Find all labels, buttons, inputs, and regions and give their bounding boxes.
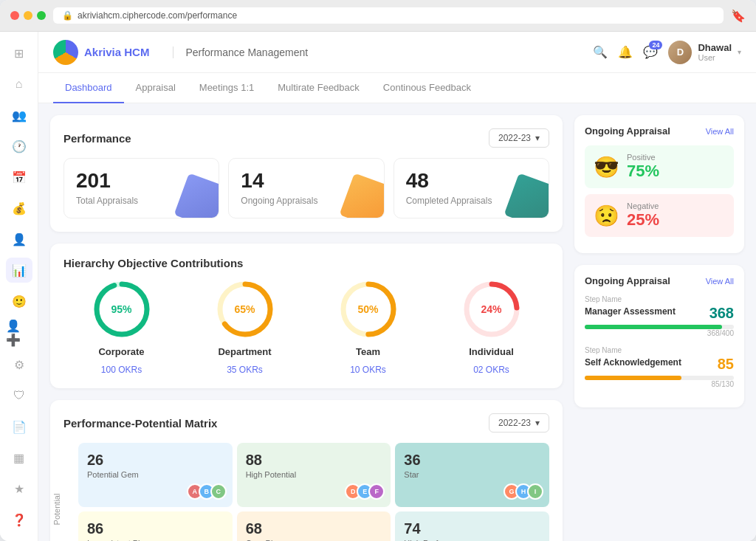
app-wrapper: ⊞ ⌂ 👥 🕐 📅 💰 👤 📊 🙂 👤➕ ⚙ 🛡 📄 ▦ ★ ❓ <box>0 32 756 541</box>
sentiment-positive-info: Positive 75% <box>627 153 725 181</box>
okr-corporate-count: 100 OKRs <box>101 365 142 375</box>
step-label-1: Step Name <box>585 346 734 354</box>
ongoing-appraisal-steps-panel: Ongoing Appraisal View All Step Name Man… <box>574 265 744 407</box>
stat-completed-appraisals: 48 Completed Appraisals <box>394 158 549 218</box>
matrix-header: Performance-Potential Matrix 2022-23 ▾ <box>63 413 549 433</box>
year-dropdown[interactable]: 2022-23 ▾ <box>489 128 549 148</box>
sidebar-item-add-user[interactable]: 👤➕ <box>6 320 32 346</box>
user-info[interactable]: D Dhawal User ▾ <box>668 41 741 64</box>
okr-individual-pct: 24% <box>481 303 501 315</box>
sentiment-positive-pct: 75% <box>627 162 725 181</box>
matrix-cell-high-performer: 74 High Performer P Q R <box>395 511 549 541</box>
sidebar-item-clock[interactable]: 🕐 <box>6 134 32 159</box>
okr-individual: 24% Individual 02 OKRs <box>433 280 549 375</box>
hierarchy-section: Hierarchy Objective Contributions <box>50 244 563 388</box>
logo-text-accent: HCM <box>124 46 149 58</box>
matrix-grid: 26 Potential Gem A B C 88 <box>78 443 549 541</box>
sidebar-item-settings[interactable]: ⚙ <box>6 352 32 377</box>
sidebar: ⊞ ⌂ 👥 🕐 📅 💰 👤 📊 🙂 👤➕ ⚙ 🛡 📄 ▦ ★ ❓ <box>0 32 38 541</box>
tab-meetings[interactable]: Meetings 1:1 <box>188 73 266 103</box>
matrix-cell-potential-gem: 26 Potential Gem A B C <box>78 443 233 507</box>
sidebar-item-people[interactable]: 👥 <box>6 103 32 128</box>
sentiment-negative-label: Negative <box>627 201 725 210</box>
matrix-label-2: Star <box>404 470 540 479</box>
ongoing-appraisal-panel: Ongoing Appraisal View All 😎 Positive 75… <box>574 115 744 253</box>
okr-department-chart: 65% <box>216 280 275 339</box>
sidebar-item-home[interactable]: ⌂ <box>6 72 32 97</box>
tab-multirate[interactable]: Multirate Feedback <box>266 73 371 103</box>
matrix-cell-high-potential: 88 High Potential D E F <box>237 443 391 507</box>
logo-text: Akrivia HCM <box>84 46 149 58</box>
sidebar-item-dollar[interactable]: 💰 <box>6 196 32 221</box>
matrix-year-label: 2022-23 <box>498 418 531 428</box>
okr-corporate-chart: 95% <box>92 280 151 339</box>
chat-icon[interactable]: 💬 24 <box>643 45 658 59</box>
hierarchy-title: Hierarchy Objective Contributions <box>63 257 243 269</box>
notification-icon[interactable]: 🔔 <box>618 45 633 59</box>
okr-individual-chart: 24% <box>462 280 521 339</box>
matrix-label-1: High Potential <box>246 470 382 479</box>
view-all-steps[interactable]: View All <box>706 277 734 286</box>
ongoing-appraisal-header: Ongoing Appraisal View All <box>585 125 734 137</box>
okr-department-count: 35 OKRs <box>227 365 263 375</box>
matrix-cell-inconsistent: 86 Inconsistent Player J K L <box>78 511 233 541</box>
logo-circle <box>53 40 78 65</box>
ongoing-steps-header: Ongoing Appraisal View All <box>585 275 734 286</box>
matrix-year-dropdown[interactable]: 2022-23 ▾ <box>489 413 549 433</box>
okr-individual-name: Individual <box>469 346 514 357</box>
matrix-label-0: Potential Gem <box>87 470 224 479</box>
chevron-down-icon: ▾ <box>738 48 741 56</box>
tab-appraisal[interactable]: Appraisal <box>124 73 188 103</box>
performance-header: Performance 2022-23 ▾ <box>63 128 549 148</box>
close-dot[interactable] <box>10 11 19 20</box>
url-bar[interactable]: 🔒 akriviahcm.ciphercode.com/performance <box>53 7 724 24</box>
matrix-section: Performance-Potential Matrix 2022-23 ▾ P… <box>50 400 563 541</box>
header-actions: 🔍 🔔 💬 24 D Dhawal User <box>593 41 741 64</box>
ongoing-steps-title: Ongoing Appraisal <box>585 275 670 286</box>
step-name-0: Manager Assessment <box>585 306 676 317</box>
avatar-2-2: I <box>527 483 543 500</box>
step-row-0: Manager Assessment 368 <box>585 305 734 322</box>
bookmark-icon[interactable]: 🔖 <box>731 9 746 23</box>
okr-individual-count: 02 OKRs <box>473 365 509 375</box>
matrix-num-1: 88 <box>246 452 382 469</box>
matrix-cell-star: 36 Star G H I <box>395 443 549 507</box>
sidebar-item-person[interactable]: 🙂 <box>6 289 32 314</box>
okr-department-pct: 65% <box>234 303 255 315</box>
sidebar-item-team[interactable]: 👤 <box>6 227 32 252</box>
sidebar-item-grid[interactable]: ⊞ <box>6 41 32 66</box>
okr-team-pct: 50% <box>357 303 378 315</box>
matrix-num-3: 86 <box>87 520 224 537</box>
sidebar-item-help[interactable]: ❓ <box>6 507 32 532</box>
step-score-0: 368 <box>709 305 734 322</box>
matrix-avatars-0: A B C <box>191 483 227 500</box>
stat-ongoing-appraisals: 14 Ongoing Appraisals <box>228 158 384 218</box>
left-column: Performance 2022-23 ▾ 201 Total Appraisa… <box>50 115 563 529</box>
hierarchy-header: Hierarchy Objective Contributions <box>63 257 549 269</box>
negative-emoji: 😟 <box>594 204 619 228</box>
sidebar-item-star[interactable]: ★ <box>6 476 32 501</box>
tab-continous[interactable]: Continous Feedback <box>371 73 483 103</box>
fullscreen-dot[interactable] <box>37 11 46 20</box>
okr-department: 65% Department 35 OKRs <box>187 280 303 375</box>
sidebar-item-shield[interactable]: 🛡 <box>6 383 32 408</box>
step-row-1: Self Acknowledgement 85 <box>585 356 734 373</box>
tab-dashboard[interactable]: Dashboard <box>53 73 124 103</box>
user-role: User <box>698 53 732 62</box>
sentiment-positive: 😎 Positive 75% <box>585 145 734 188</box>
minimize-dot[interactable] <box>24 11 32 20</box>
sidebar-item-document[interactable]: 📄 <box>6 414 32 439</box>
step-score-1: 85 <box>718 356 734 373</box>
view-all-appraisal[interactable]: View All <box>706 127 734 136</box>
logo-text-plain: Akrivia <box>84 46 121 58</box>
sidebar-item-calendar[interactable]: 📅 <box>6 165 32 190</box>
search-icon[interactable]: 🔍 <box>593 45 608 59</box>
sidebar-item-grid2[interactable]: ▦ <box>6 445 32 470</box>
okr-team-chart: 50% <box>339 280 398 339</box>
user-name: Dhawal <box>698 42 732 53</box>
sidebar-item-chart[interactable]: 📊 <box>6 258 32 283</box>
main-content: Akrivia HCM Performance Management 🔍 🔔 💬… <box>38 32 756 541</box>
step-label-0: Step Name <box>585 295 734 303</box>
top-header: Akrivia HCM Performance Management 🔍 🔔 💬… <box>38 32 756 73</box>
potential-label: Potential <box>52 494 61 526</box>
